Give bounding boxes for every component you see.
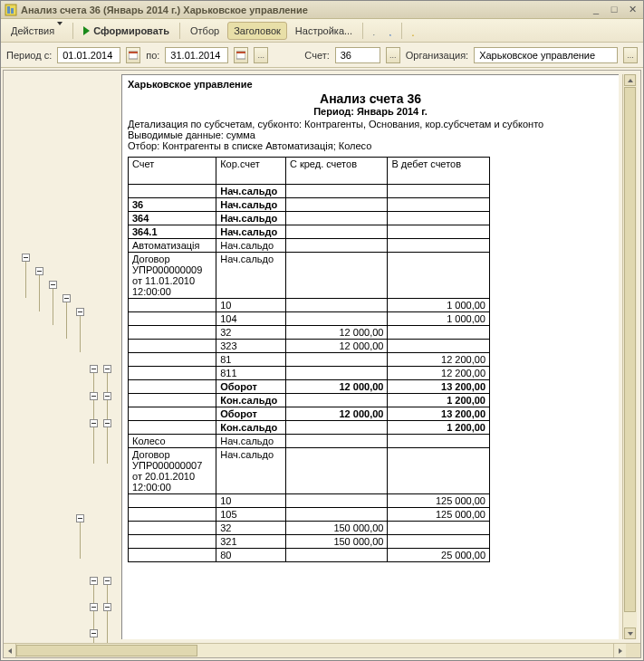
collapse-toggle[interactable]	[103, 419, 111, 427]
table-row[interactable]: 3212 000,00	[129, 326, 490, 340]
table-row[interactable]: 32150 000,00	[129, 522, 490, 535]
account-input[interactable]	[335, 47, 380, 63]
generate-button[interactable]: Сформировать	[77, 23, 176, 39]
period-to-input[interactable]	[165, 47, 228, 63]
collapse-toggle[interactable]	[103, 603, 111, 611]
table-row[interactable]: 105125 000,00	[129, 508, 490, 522]
actions-menu[interactable]: Действия	[5, 22, 69, 40]
toolbar: Действия Сформировать Отбор Заголовок На…	[1, 19, 643, 43]
header-button[interactable]: Заголовок	[227, 22, 287, 40]
collapse-toggle[interactable]	[22, 254, 30, 262]
report-table: СчетКор.счетС кред. счетовВ дебет счетов…	[128, 157, 490, 562]
collapse-toggle[interactable]	[90, 365, 98, 373]
org-input[interactable]	[474, 47, 618, 63]
collapse-toggle[interactable]	[103, 392, 111, 400]
params-bar: Период с: по: ... Счет: ... Организация:…	[1, 43, 643, 68]
actions-label: Действия	[11, 25, 54, 36]
collapse-toggle[interactable]	[103, 577, 111, 585]
table-row[interactable]: 101 000,00	[129, 299, 490, 312]
period-from-label: Период с:	[6, 50, 52, 61]
collapse-toggle[interactable]	[103, 365, 111, 373]
table-row[interactable]: Договор УПР000000007 от 20.01.2010 12:00…	[129, 448, 490, 494]
table-row[interactable]: 8112 200,00	[129, 353, 490, 367]
settings-button[interactable]: Настройка...	[289, 22, 359, 40]
restore-settings-icon[interactable]	[367, 24, 381, 38]
close-button[interactable]: ✕	[625, 4, 639, 16]
period-to-label: по:	[146, 50, 159, 61]
filter-button[interactable]: Отбор	[184, 22, 226, 40]
report-output: Выводимые данные: сумма	[128, 129, 613, 140]
org-label: Организация:	[406, 50, 468, 61]
table-header: Кор.счет	[216, 158, 286, 185]
table-row[interactable]: Договор УПР000000009 от 11.01.2010 12:00…	[129, 253, 490, 299]
tree-gutter	[4, 71, 121, 643]
scroll-down-button[interactable]	[624, 627, 636, 639]
report-title: Анализ счета 36	[128, 91, 613, 106]
save-settings-icon[interactable]	[383, 24, 398, 38]
org-select-button[interactable]: ...	[623, 47, 638, 63]
account-select-button[interactable]: ...	[386, 47, 400, 63]
horizontal-scrollbar[interactable]	[4, 643, 640, 657]
titlebar: Анализ счета 36 (Январь 2014 г.) Харьков…	[1, 1, 643, 19]
report-area: Харьковское управление Анализ счета 36 П…	[4, 71, 640, 643]
play-icon	[83, 26, 90, 35]
collapse-toggle[interactable]	[90, 392, 98, 400]
svg-rect-10	[129, 52, 138, 53]
report-detail: Детализация по субсчетам, субконто: Конт…	[128, 119, 613, 129]
report-filter: Отбор: Контрагенты в списке Автоматизаці…	[128, 140, 613, 151]
period-select-button[interactable]: ...	[254, 47, 268, 63]
svg-rect-1	[7, 6, 10, 14]
table-row[interactable]: 36Нач.сальдо	[129, 198, 490, 212]
account-label: Счет:	[304, 50, 329, 61]
collapse-toggle[interactable]	[90, 629, 98, 637]
collapse-toggle[interactable]	[90, 577, 98, 585]
collapse-toggle[interactable]	[49, 281, 57, 289]
period-from-input[interactable]	[57, 47, 120, 63]
collapse-toggle[interactable]	[35, 267, 43, 275]
table-row[interactable]: 364Нач.сальдо	[129, 212, 490, 225]
svg-rect-5	[390, 34, 391, 35]
table-row[interactable]: 81112 200,00	[129, 367, 490, 380]
collapse-toggle[interactable]	[76, 308, 84, 316]
table-row[interactable]: 32312 000,00	[129, 340, 490, 353]
table-row[interactable]: 321150 000,00	[129, 535, 490, 549]
table-row[interactable]: 1041 000,00	[129, 312, 490, 326]
scroll-thumb[interactable]	[624, 87, 636, 612]
help-icon[interactable]: ?	[406, 24, 420, 38]
svg-rect-12	[236, 52, 245, 53]
table-header: Счет	[129, 158, 216, 185]
table-header: С кред. счетов	[285, 158, 388, 185]
scroll-up-button[interactable]	[624, 74, 636, 86]
collapse-toggle[interactable]	[62, 294, 71, 302]
table-row[interactable]: 364.1Нач.сальдо	[129, 225, 490, 239]
report-period: Период: Январь 2014 г.	[128, 106, 613, 117]
collapse-toggle[interactable]	[76, 514, 84, 522]
vertical-scrollbar[interactable]	[622, 74, 637, 639]
table-row[interactable]: 8025 000,00	[129, 549, 490, 562]
table-row[interactable]: АвтоматизаціяНач.сальдо	[129, 239, 490, 253]
period-from-calendar[interactable]	[126, 47, 140, 63]
report-document: Харьковское управление Анализ счета 36 П…	[121, 74, 619, 639]
table-row[interactable]: Оборот12 000,0013 200,00	[129, 407, 490, 421]
app-icon	[5, 4, 17, 16]
window-title: Анализ счета 36 (Январь 2014 г.) Харьков…	[21, 5, 589, 15]
table-row[interactable]: Нач.сальдо	[129, 185, 490, 198]
report-org: Харьковское управление	[128, 79, 613, 90]
svg-rect-2	[11, 8, 14, 14]
table-row[interactable]: Кон.сальдо1 200,00	[129, 421, 490, 435]
table-row[interactable]: Кон.сальдо1 200,00	[129, 394, 490, 407]
minimize-button[interactable]: _	[589, 4, 603, 16]
maximize-button[interactable]: □	[607, 4, 621, 16]
collapse-toggle[interactable]	[90, 603, 98, 611]
table-row[interactable]: КолесоНач.сальдо	[129, 435, 490, 448]
generate-label: Сформировать	[93, 25, 169, 36]
collapse-toggle[interactable]	[90, 419, 98, 427]
period-to-calendar[interactable]	[234, 47, 248, 63]
svg-rect-6	[390, 35, 391, 36]
table-row[interactable]: Оборот12 000,0013 200,00	[129, 380, 490, 394]
table-header: В дебет счетов	[388, 158, 490, 185]
table-row[interactable]: 10125 000,00	[129, 494, 490, 508]
